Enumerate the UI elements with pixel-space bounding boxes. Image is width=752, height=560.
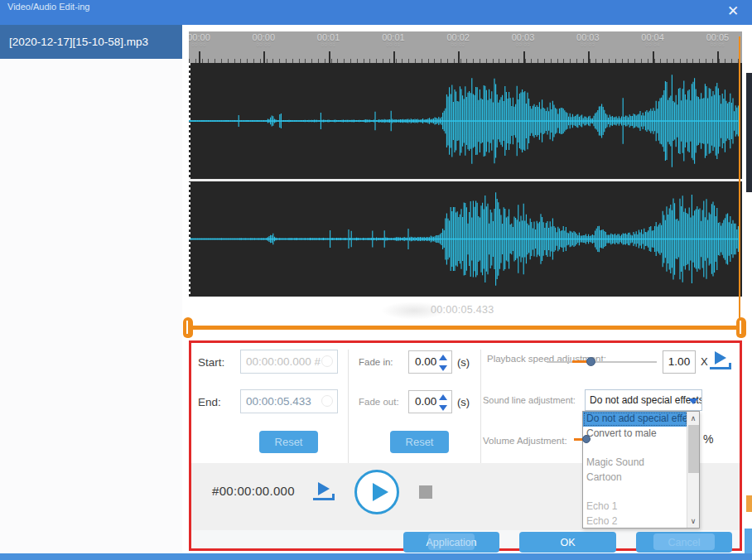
end-time-input[interactable]: 00:00:05.433 (240, 389, 338, 413)
ruler-major-tick (199, 51, 200, 63)
ruler-major-tick (458, 51, 460, 63)
duration-strip: 00:00:05.433 (189, 297, 742, 325)
start-label: Start: (198, 356, 224, 369)
ruler-time-label: 00:0000:00 (253, 32, 276, 47)
play-underline (313, 498, 333, 500)
scroll-thumb[interactable] (688, 425, 699, 473)
trim-range-bar[interactable] (189, 326, 742, 330)
trim-end-line (739, 36, 740, 323)
fade-out-label: Fade out: (359, 397, 399, 407)
waveform-display[interactable] (189, 63, 742, 297)
divider (348, 350, 349, 466)
play-icon (373, 483, 388, 501)
dropdown-option[interactable]: Magic Sound (583, 456, 687, 471)
fade-in-value: 0.00 (415, 355, 436, 368)
dropdown-option[interactable]: Echo 2 (583, 514, 687, 529)
spinner-arrows[interactable] (438, 393, 449, 413)
fade-out-unit: (s) (457, 396, 470, 408)
ruler-major-tick (393, 51, 395, 63)
duration-label: 00:00:05.433 (431, 304, 494, 316)
cancel-button-label: Cancel (668, 537, 701, 548)
ruler-time-label: 00:0100:01 (317, 32, 340, 47)
dropdown-option[interactable]: Convert to male (583, 427, 687, 442)
background-window-edge (746, 495, 752, 512)
volume-unit: % (703, 432, 713, 446)
clock-icon (321, 355, 333, 367)
background-window-edge (746, 73, 752, 192)
title-bar: Video/Audio Edit-ing ✕ (0, 0, 752, 25)
trim-handle-right[interactable] (736, 317, 746, 338)
fade-in-unit: (s) (457, 356, 470, 369)
waveform-channel-right (189, 181, 742, 297)
arrow-down-icon[interactable] (439, 365, 447, 371)
volume-slider-thumb[interactable] (582, 435, 591, 443)
speed-value-box[interactable]: 1.00 (663, 350, 696, 374)
play-triangle (318, 482, 330, 495)
ruler-major-tick (523, 51, 525, 63)
speed-slider-thumb[interactable] (586, 357, 595, 366)
sound-effect-select[interactable]: Do not add special effects (585, 389, 702, 411)
scroll-up-icon[interactable]: ∧ (689, 414, 697, 422)
spinner-arrows[interactable] (438, 353, 449, 373)
arrow-up-icon[interactable] (439, 355, 447, 360)
cancel-button[interactable]: Cancel (636, 532, 732, 553)
clock-icon (321, 395, 333, 407)
waveform-channel-left (189, 63, 742, 179)
reset-trim-button[interactable]: Reset (259, 431, 318, 453)
play-underline-hook (729, 363, 731, 369)
background-window-edge (745, 529, 752, 553)
ruler-time-label: 00:0100:01 (382, 32, 405, 47)
application-button[interactable]: Application (403, 532, 499, 553)
dropdown-option[interactable] (583, 485, 687, 500)
ruler-major-tick (329, 51, 330, 63)
trim-start-line (189, 63, 190, 297)
background-window-bottom (0, 553, 752, 560)
fade-out-spinner[interactable]: 0.00 (408, 390, 452, 413)
play-from-start-icon[interactable] (313, 482, 335, 500)
start-time-input[interactable]: 00:00:00.000 # (240, 350, 338, 374)
reset-fade-button[interactable]: Reset (390, 431, 449, 453)
fade-in-spinner[interactable]: 0.00 (408, 350, 452, 374)
sound-effect-selected-value: Do not add special effects (590, 394, 702, 406)
playback-position: #00:00:00.000 (212, 484, 295, 498)
sidebar-item-file[interactable]: [2020-12-17][15-10-58].mp3 (0, 25, 182, 59)
fade-in-label: Fade in: (359, 357, 393, 367)
ruler-time-label: 00:0400:04 (641, 32, 664, 47)
preview-speed-play-icon[interactable] (710, 351, 731, 369)
play-button[interactable] (354, 470, 399, 514)
dropdown-option[interactable]: Do not add special effects (583, 412, 687, 427)
arrow-up-icon[interactable] (439, 394, 447, 400)
speed-unit: X (701, 355, 708, 368)
ruler-time-label: 00:0200:02 (446, 32, 470, 47)
end-label: End: (198, 396, 221, 408)
video-audio-edit-dialog: Video/Audio Edit-ing ✕ [2020-12-17][15-1… (0, 0, 752, 560)
ruler-major-tick (717, 51, 719, 63)
sound-effect-dropdown-list: Do not add special effectsConvert to mal… (582, 411, 700, 529)
dropdown-option[interactable]: Cartoon (583, 471, 687, 485)
close-icon[interactable]: ✕ (724, 2, 742, 21)
dropdown-scrollbar[interactable]: ∧ ∨ (687, 412, 699, 528)
window-title: Video/Audio Edit-ing (7, 2, 90, 12)
dropdown-option[interactable]: Echo 1 (583, 500, 687, 514)
timeline-ruler[interactable]: 00:0000:0000:0000:0000:0100:0100:0100:01… (189, 31, 742, 63)
sound-line-label: Sound line adjustment: (483, 395, 576, 405)
ok-button-label: OK (560, 537, 575, 548)
trim-handle-left[interactable] (183, 317, 193, 338)
ruler-time-label: 00:0000:00 (189, 32, 210, 47)
ruler-major-tick (588, 51, 590, 63)
application-button-label: Application (426, 537, 476, 548)
end-time-value: 00:00:05.433 (246, 395, 311, 408)
ruler-time-label: 00:0300:03 (576, 32, 600, 47)
start-time-value: 00:00:00.000 # (246, 355, 321, 368)
ruler-time-label: 00:0300:03 (512, 32, 535, 47)
fade-out-value: 0.00 (415, 395, 436, 408)
ruler-major-tick (263, 51, 265, 63)
speed-slider[interactable] (547, 361, 657, 363)
ruler-major-tick (653, 51, 654, 63)
play-underline (710, 367, 730, 369)
dropdown-option[interactable] (583, 441, 687, 456)
ok-button[interactable]: OK (519, 532, 616, 553)
stop-button[interactable] (419, 485, 432, 499)
arrow-down-icon[interactable] (439, 405, 447, 411)
scroll-down-icon[interactable]: ∨ (689, 517, 697, 525)
